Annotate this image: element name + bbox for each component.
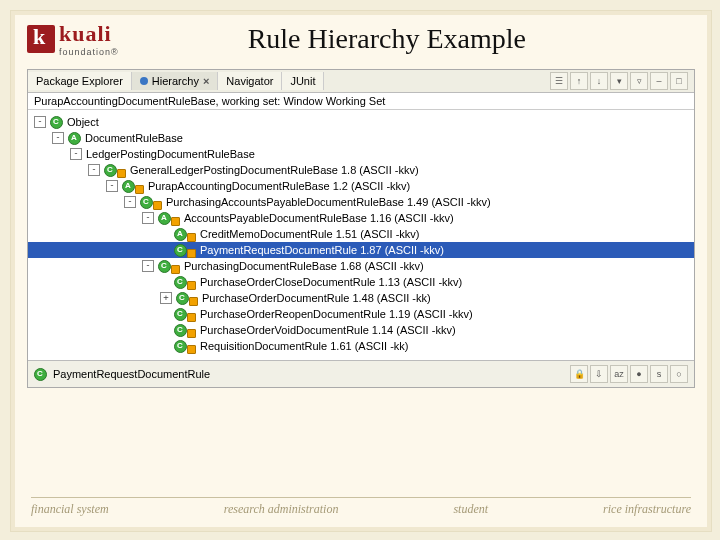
class-icon (34, 368, 47, 381)
tree-node-label: PurchaseOrderDocumentRule 1.48 (ASCII -k… (202, 292, 431, 304)
tree-node-label: PurchaseOrderCloseDocumentRule 1.13 (ASC… (200, 276, 462, 288)
abstract-class-icon (68, 132, 81, 145)
override-decorator-icon (187, 233, 196, 242)
class-icon (104, 164, 117, 177)
minimize-icon[interactable]: – (650, 72, 668, 90)
expand-placeholder (160, 277, 170, 287)
tab-label: Hierarchy (152, 75, 199, 87)
tab-hierarchy[interactable]: Hierarchy× (132, 72, 219, 90)
view-tabbar: Package ExplorerHierarchy×NavigatorJUnit… (28, 70, 694, 93)
subtype-hierarchy-icon[interactable]: ↓ (590, 72, 608, 90)
tree-node-label: PaymentRequestDocumentRule 1.87 (ASCII -… (200, 244, 444, 256)
collapse-icon[interactable]: - (142, 212, 154, 224)
tree-node[interactable]: -AccountsPayableDocumentRuleBase 1.16 (A… (28, 210, 694, 226)
slide-header: kuali foundation® Rule Hierarchy Example (11, 11, 711, 61)
tab-navigator[interactable]: Navigator (218, 72, 282, 90)
class-icon (174, 244, 187, 257)
override-decorator-icon (153, 201, 162, 210)
override-decorator-icon (189, 297, 198, 306)
tree-node[interactable]: PurchaseOrderCloseDocumentRule 1.13 (ASC… (28, 274, 694, 290)
lock-icon[interactable]: 🔒 (570, 365, 588, 383)
tab-package-explorer[interactable]: Package Explorer (28, 72, 132, 90)
filter-fields-icon[interactable]: ● (630, 365, 648, 383)
tab-label: Navigator (226, 75, 273, 87)
override-decorator-icon (187, 249, 196, 258)
supertype-hierarchy-icon[interactable]: ↑ (570, 72, 588, 90)
tree-node-label: Object (67, 116, 99, 128)
view-menu-icon[interactable]: ▿ (630, 72, 648, 90)
tree-node[interactable]: PaymentRequestDocumentRule 1.87 (ASCII -… (28, 242, 694, 258)
class-icon (174, 324, 187, 337)
hierarchy-icon (140, 77, 148, 85)
tree-node[interactable]: +PurchaseOrderDocumentRule 1.48 (ASCII -… (28, 290, 694, 306)
override-decorator-icon (117, 169, 126, 178)
tree-node[interactable]: -PurchasingAccountsPayableDocumentRuleBa… (28, 194, 694, 210)
override-decorator-icon (171, 265, 180, 274)
tree-node[interactable]: -PurchasingDocumentRuleBase 1.68 (ASCII … (28, 258, 694, 274)
tree-node[interactable]: -LedgerPostingDocumentRuleBase (28, 146, 694, 162)
tree-node-label: DocumentRuleBase (85, 132, 183, 144)
footer-col-4: rice infrastructure (603, 502, 691, 517)
class-icon (140, 196, 153, 209)
filter-nonpublic-icon[interactable]: ○ (670, 365, 688, 383)
tree-node[interactable]: RequisitionDocumentRule 1.61 (ASCII -kk) (28, 338, 694, 354)
tree-node[interactable]: -Object (28, 114, 694, 130)
close-icon[interactable]: × (203, 75, 209, 87)
override-decorator-icon (187, 313, 196, 322)
selected-class-label: PaymentRequestDocumentRule (53, 368, 210, 380)
tree-node-label: CreditMemoDocumentRule 1.51 (ASCII -kkv) (200, 228, 419, 240)
tree-node-label: PurchasingAccountsPayableDocumentRuleBas… (166, 196, 491, 208)
focus-description: PurapAccountingDocumentRuleBase, working… (28, 93, 694, 110)
override-decorator-icon (187, 345, 196, 354)
collapse-icon[interactable]: - (70, 148, 82, 160)
tree-node[interactable]: -GeneralLedgerPostingDocumentRuleBase 1.… (28, 162, 694, 178)
history-icon[interactable]: ▾ (610, 72, 628, 90)
expand-icon[interactable]: + (160, 292, 172, 304)
footer-col-3: student (453, 502, 488, 517)
tree-node[interactable]: -PurapAccountingDocumentRuleBase 1.2 (AS… (28, 178, 694, 194)
type-hierarchy-icon[interactable]: ☰ (550, 72, 568, 90)
tree-node[interactable]: -DocumentRuleBase (28, 130, 694, 146)
kuali-logo: kuali foundation® (27, 21, 119, 57)
class-icon (50, 116, 63, 129)
abstract-class-icon (174, 228, 187, 241)
class-hierarchy-tree[interactable]: -Object-DocumentRuleBase-LedgerPostingDo… (28, 110, 694, 360)
class-icon (176, 292, 189, 305)
tree-node[interactable]: PurchaseOrderVoidDocumentRule 1.14 (ASCI… (28, 322, 694, 338)
filter-static-icon[interactable]: s (650, 365, 668, 383)
show-inherited-icon[interactable]: ⇩ (590, 365, 608, 383)
collapse-icon[interactable]: - (124, 196, 136, 208)
view-toolbar: ☰ ↑ ↓ ▾ ▿ – □ (548, 70, 690, 92)
tree-node-label: GeneralLedgerPostingDocumentRuleBase 1.8… (130, 164, 419, 176)
override-decorator-icon (135, 185, 144, 194)
maximize-icon[interactable]: □ (670, 72, 688, 90)
abstract-class-icon (158, 212, 171, 225)
collapse-icon[interactable]: - (142, 260, 154, 272)
eclipse-hierarchy-view: Package ExplorerHierarchy×NavigatorJUnit… (27, 69, 695, 388)
abstract-class-icon (122, 180, 135, 193)
tree-node-label: AccountsPayableDocumentRuleBase 1.16 (AS… (184, 212, 454, 224)
expand-placeholder (160, 341, 170, 351)
collapse-icon[interactable]: - (34, 116, 46, 128)
tree-node[interactable]: PurchaseOrderReopenDocumentRule 1.19 (AS… (28, 306, 694, 322)
sort-icon[interactable]: az (610, 365, 628, 383)
override-decorator-icon (171, 217, 180, 226)
slide-footer: financial system research administration… (31, 497, 691, 517)
logo-word: kuali (59, 21, 119, 47)
expand-placeholder (160, 309, 170, 319)
collapse-icon[interactable]: - (106, 180, 118, 192)
member-pane: PaymentRequestDocumentRule 🔒 ⇩ az ● s ○ (28, 360, 694, 387)
logo-mark-icon (27, 25, 55, 53)
class-icon (174, 308, 187, 321)
class-icon (174, 340, 187, 353)
tab-label: JUnit (290, 75, 315, 87)
collapse-icon[interactable]: - (52, 132, 64, 144)
tab-junit[interactable]: JUnit (282, 72, 324, 90)
collapse-icon[interactable]: - (88, 164, 100, 176)
class-icon (174, 276, 187, 289)
tree-node-label: LedgerPostingDocumentRuleBase (86, 148, 255, 160)
tree-node-label: PurchaseOrderReopenDocumentRule 1.19 (AS… (200, 308, 473, 320)
class-icon (158, 260, 171, 273)
tree-node[interactable]: CreditMemoDocumentRule 1.51 (ASCII -kkv) (28, 226, 694, 242)
override-decorator-icon (187, 281, 196, 290)
